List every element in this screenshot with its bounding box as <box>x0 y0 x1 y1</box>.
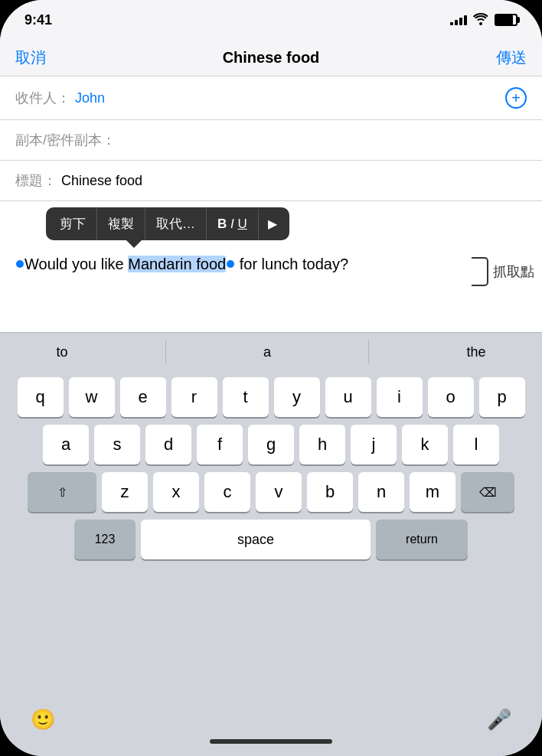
wifi-icon <box>473 13 488 28</box>
key-y[interactable]: y <box>274 377 320 417</box>
italic-label: I <box>230 217 234 231</box>
key-a[interactable]: a <box>43 425 89 464</box>
status-bar: 9:41 <box>0 0 542 40</box>
cc-field[interactable]: 副本/密件副本： <box>0 120 542 161</box>
selection-end-cursor <box>227 260 234 268</box>
key-c[interactable]: c <box>204 472 250 512</box>
subject-field[interactable]: 標題： Chinese food <box>0 161 542 201</box>
context-menu-container: 剪下 複製 取代… B I U ▶ <box>0 201 542 240</box>
mail-header: 取消 Chinese food 傳送 <box>0 40 542 77</box>
subject-value: Chinese food <box>61 173 527 189</box>
annotation: 抓取點 <box>472 257 534 286</box>
key-b[interactable]: b <box>307 472 353 512</box>
annotation-label: 抓取點 <box>493 262 534 281</box>
text-after: for lunch today? <box>235 256 348 272</box>
cancel-button[interactable]: 取消 <box>15 47 46 68</box>
mic-icon[interactable]: 🎤 <box>487 708 511 732</box>
key-r[interactable]: r <box>171 377 217 417</box>
key-d[interactable]: d <box>145 425 191 464</box>
selected-text: Mandarin food <box>128 256 226 272</box>
key-s[interactable]: s <box>94 425 140 464</box>
keyboard: q w e r t y u i o p a s d f g h j k l ⇧ … <box>0 371 542 703</box>
divider-2 <box>368 341 369 363</box>
key-m[interactable]: m <box>410 472 455 512</box>
bottom-bar: 🙂 🎤 <box>0 703 542 756</box>
predictive-word-1[interactable]: to <box>41 341 83 363</box>
status-time: 9:41 <box>24 12 52 28</box>
key-k[interactable]: k <box>402 425 448 464</box>
key-j[interactable]: j <box>351 425 397 464</box>
space-key[interactable]: space <box>141 520 371 559</box>
key-e[interactable]: e <box>120 377 166 417</box>
more-menu-button[interactable]: ▶ <box>259 209 286 239</box>
predictive-word-2[interactable]: a <box>248 341 286 363</box>
replace-button[interactable]: 取代… <box>145 207 207 240</box>
copy-button[interactable]: 複製 <box>97 207 145 240</box>
key-t[interactable]: t <box>223 377 269 417</box>
key-u[interactable]: u <box>325 377 371 417</box>
keyboard-row-3: ⇧ z x c v b n m ⌫ <box>5 472 537 512</box>
battery-icon <box>495 14 518 26</box>
divider-1 <box>165 341 166 363</box>
keyboard-row-2: a s d f g h j k l <box>5 425 537 464</box>
keyboard-row-4: 123 space return <box>5 520 537 559</box>
shift-key[interactable]: ⇧ <box>28 472 96 512</box>
to-value: John <box>75 90 505 106</box>
key-g[interactable]: g <box>248 425 294 464</box>
format-button[interactable]: B I U <box>207 209 259 240</box>
key-z[interactable]: z <box>102 472 148 512</box>
key-f[interactable]: f <box>197 425 243 464</box>
emoji-icon[interactable]: 🙂 <box>31 708 55 732</box>
context-menu: 剪下 複製 取代… B I U ▶ <box>46 207 289 240</box>
delete-key[interactable]: ⌫ <box>461 472 514 512</box>
return-key[interactable]: return <box>376 520 468 559</box>
home-indicator <box>210 739 332 744</box>
key-x[interactable]: x <box>153 472 199 512</box>
add-recipient-button[interactable]: + <box>505 87 527 109</box>
key-l[interactable]: l <box>453 425 499 464</box>
keyboard-row-1: q w e r t y u i o p <box>5 377 537 417</box>
cut-button[interactable]: 剪下 <box>49 207 97 240</box>
key-w[interactable]: w <box>69 377 115 417</box>
to-label: 收件人： <box>15 89 70 107</box>
phone-frame: 9:41 取消 Chinese food 傳送 收件人： John + <box>0 0 542 756</box>
key-o[interactable]: o <box>428 377 474 417</box>
key-i[interactable]: i <box>377 377 423 417</box>
key-n[interactable]: n <box>358 472 404 512</box>
key-h[interactable]: h <box>299 425 345 464</box>
text-before: Would you like <box>24 256 128 272</box>
send-button[interactable]: 傳送 <box>496 47 527 68</box>
key-v[interactable]: v <box>256 472 302 512</box>
numbers-key[interactable]: 123 <box>74 520 136 559</box>
selection-start-cursor <box>16 260 24 268</box>
home-indicator-row <box>0 736 542 756</box>
predictive-word-3[interactable]: the <box>451 341 501 363</box>
mail-fields: 收件人： John + 副本/密件副本： 標題： Chinese food <box>0 77 542 201</box>
predictive-bar: to a the <box>0 332 542 371</box>
subject-label: 標題： <box>15 171 57 190</box>
bold-label: B <box>217 217 227 231</box>
mail-title: Chinese food <box>223 49 320 67</box>
signal-icon <box>450 15 467 25</box>
body-text: Would you like Mandarin food for lunch t… <box>15 253 527 275</box>
cc-label: 副本/密件副本： <box>15 131 116 149</box>
key-p[interactable]: p <box>479 377 525 417</box>
underline-label: U <box>237 217 247 231</box>
to-field[interactable]: 收件人： John + <box>0 77 542 120</box>
bottom-icons-row: 🙂 🎤 <box>0 703 542 736</box>
mail-body[interactable]: Would you like Mandarin food for lunch t… <box>0 240 542 332</box>
annotation-bracket <box>472 257 488 286</box>
status-icons <box>450 13 518 28</box>
key-q[interactable]: q <box>18 377 64 417</box>
